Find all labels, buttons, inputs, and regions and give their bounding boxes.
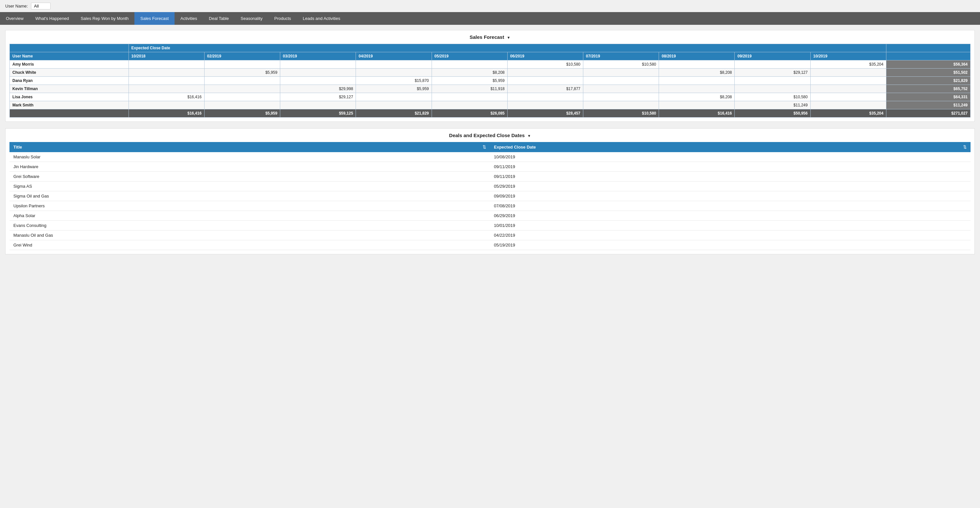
grand-total: $271,027 (886, 109, 970, 118)
username-input[interactable] (31, 3, 51, 10)
rep-value-5: $10,580 (507, 61, 583, 69)
header-group-row: Expected Close Date (10, 44, 970, 52)
deal-title: Sigma AS (10, 182, 490, 191)
rep-name: Amy Morris (10, 61, 129, 69)
rep-value-8 (735, 85, 810, 93)
rep-value-7 (659, 77, 735, 85)
rep-value-0 (129, 85, 204, 93)
rep-value-4: $8,208 (432, 69, 507, 77)
rep-total: $56,364 (886, 61, 970, 69)
total-4: $26,085 (432, 109, 507, 118)
col-total (886, 52, 970, 61)
sort-icon-closedate[interactable]: ⇅ (963, 145, 967, 150)
nav-item-seasonality[interactable]: Seasonality (235, 12, 269, 25)
total-5: $28,457 (507, 109, 583, 118)
deal-title: Grei Software (10, 172, 490, 182)
nav-item-sales-rep-won[interactable]: Sales Rep Won by Month (75, 12, 134, 25)
main-content: Sales Forecast ▼ Expected Close Date Use… (0, 25, 980, 266)
totals-row: $16,416$5,959$59,125$21,829$26,085$28,45… (10, 109, 970, 118)
rep-value-1 (204, 77, 280, 85)
rep-value-1: $5,959 (204, 69, 280, 77)
total-7: $16,416 (659, 109, 735, 118)
rep-value-5 (507, 69, 583, 77)
rep-value-7: $8,208 (659, 69, 735, 77)
deal-title: Evans Consulting (10, 221, 490, 230)
deal-title: Jin Hardware (10, 162, 490, 172)
rep-total: $11,249 (886, 101, 970, 109)
top-bar: User Name: (0, 0, 980, 12)
nav-item-leads-activities[interactable]: Leads and Activities (297, 12, 346, 25)
rep-value-8 (735, 61, 810, 69)
deals-title: Deals and Expected Close Dates ▼ (10, 133, 970, 138)
expected-close-date-header: Expected Close Date (129, 44, 886, 52)
rep-value-4: $11,918 (432, 85, 507, 93)
rep-total: $51,502 (886, 69, 970, 77)
deals-table: Title ⇅ Expected Close Date ⇅ Manaslu So… (10, 142, 970, 250)
col-month-07-2019: 07/2019 (583, 52, 659, 61)
table-row: Lisa Jones$16,416$29,127$8,208$10,580$64… (10, 93, 970, 101)
rep-value-1 (204, 85, 280, 93)
rep-value-9 (810, 93, 886, 101)
rep-value-9: $35,204 (810, 61, 886, 69)
rep-value-3 (356, 101, 432, 109)
nav-item-sales-forecast[interactable]: Sales Forecast (134, 12, 175, 25)
rep-value-2 (280, 69, 356, 77)
rep-value-0 (129, 69, 204, 77)
rep-value-2 (280, 101, 356, 109)
sort-icon-title[interactable]: ⇅ (482, 145, 486, 150)
rep-value-7: $8,208 (659, 93, 735, 101)
deal-close-date: 10/08/2019 (490, 152, 970, 162)
rep-value-9 (810, 101, 886, 109)
list-item: Manaslu Solar10/08/2019 (10, 152, 970, 162)
deal-title: Upsilon Partners (10, 201, 490, 211)
rep-value-6 (583, 101, 659, 109)
rep-value-0 (129, 101, 204, 109)
rep-value-2 (280, 77, 356, 85)
rep-value-3: $5,959 (356, 85, 432, 93)
deal-title: Alpha Solar (10, 211, 490, 221)
rep-value-5 (507, 101, 583, 109)
col-username: User Name (10, 52, 129, 61)
rep-value-1 (204, 101, 280, 109)
rep-value-0 (129, 77, 204, 85)
deal-close-date: 07/08/2019 (490, 201, 970, 211)
col-month-08-2019: 08/2019 (659, 52, 735, 61)
col-month-03-2019: 03/2019 (280, 52, 356, 61)
totals-header-spacer (886, 44, 970, 52)
rep-value-1 (204, 61, 280, 69)
rep-name: Kevin Tillman (10, 85, 129, 93)
total-6: $10,580 (583, 109, 659, 118)
list-item: Upsilon Partners07/08/2019 (10, 201, 970, 211)
nav-item-overview[interactable]: Overview (0, 12, 29, 25)
list-item: Sigma AS05/29/2019 (10, 182, 970, 191)
rep-value-7 (659, 101, 735, 109)
rep-value-3 (356, 93, 432, 101)
rep-value-4 (432, 101, 507, 109)
deal-close-date: 09/11/2019 (490, 162, 970, 172)
col-month-04-2019: 04/2019 (356, 52, 432, 61)
deal-title: Grei Wind (10, 240, 490, 250)
deal-close-date: 09/09/2019 (490, 191, 970, 201)
rep-value-8: $10,580 (735, 93, 810, 101)
deals-section: Deals and Expected Close Dates ▼ Title ⇅… (5, 128, 975, 254)
deal-close-date: 10/01/2019 (490, 221, 970, 230)
total-8: $50,956 (735, 109, 810, 118)
nav-item-deal-table[interactable]: Deal Table (203, 12, 235, 25)
nav-item-whats-happened[interactable]: What's Happened (29, 12, 75, 25)
nav-item-products[interactable]: Products (269, 12, 297, 25)
col-month-10-2018: 10/2018 (129, 52, 204, 61)
rep-value-5 (507, 77, 583, 85)
col-month-09-2019: 09/2019 (735, 52, 810, 61)
col-month-10-2019: 10/2019 (810, 52, 886, 61)
deal-title: Manaslu Solar (10, 152, 490, 162)
rep-value-9 (810, 77, 886, 85)
rep-value-6 (583, 85, 659, 93)
rep-total: $65,752 (886, 85, 970, 93)
rep-value-4 (432, 61, 507, 69)
deal-close-date: 05/29/2019 (490, 182, 970, 191)
nav-item-activities[interactable]: Activities (175, 12, 203, 25)
table-row: Kevin Tillman$29,998$5,959$11,918$17,877… (10, 85, 970, 93)
table-row: Dana Ryan$15,870$5,959$21,829 (10, 77, 970, 85)
forecast-body: Amy Morris$10,580$10,580$35,204$56,364Ch… (10, 61, 970, 109)
deal-title: Manaslu Oil and Gas (10, 230, 490, 240)
